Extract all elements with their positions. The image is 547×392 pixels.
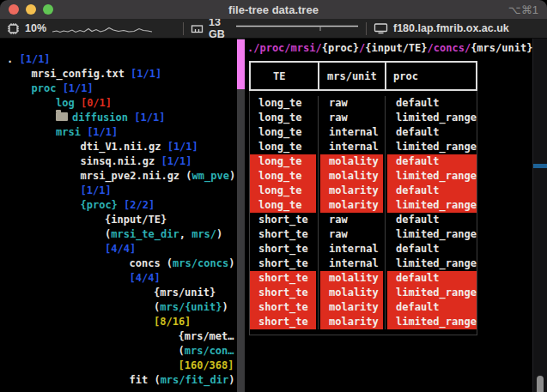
tree-item[interactable]: concs (mrs/concs) xyxy=(0,256,237,271)
table-row[interactable]: short_teinternaldefault xyxy=(250,242,477,256)
table-row[interactable]: long_temolaritydefault xyxy=(250,184,477,198)
main-area: . [1/1]mrsi_config.txt [1/1]proc [1/1]lo… xyxy=(0,39,547,392)
count-badge: [1/1] xyxy=(167,141,198,153)
memory-indicator: 13 GB xyxy=(184,19,366,38)
tree-item[interactable]: . [1/1] xyxy=(0,52,237,67)
tree-item[interactable]: [4/4] xyxy=(0,242,237,256)
path-segment: /concs/ xyxy=(428,42,471,54)
table-row[interactable]: long_terawlimited_range xyxy=(250,111,477,125)
table-cell: long_te xyxy=(250,111,316,125)
tree-item[interactable]: mrsi_pve2.nii.gz (wm_pve) xyxy=(0,169,237,184)
table-body: long_terawdefaultlong_terawlimited_range… xyxy=(249,91,477,335)
panel-scrollbar[interactable] xyxy=(532,39,547,392)
table-cell: molality xyxy=(316,154,383,169)
count-badge: [4/4] xyxy=(105,243,136,255)
tree-item-label: ( xyxy=(167,257,173,269)
close-button[interactable] xyxy=(9,4,19,15)
table-row[interactable]: short_teinternallimited_range xyxy=(250,256,477,271)
window-controls xyxy=(0,4,53,15)
count-badge: [8/16] xyxy=(154,316,191,328)
table-row[interactable]: long_temolaritylimited_range xyxy=(250,198,477,213)
tree-item-label: mrsi xyxy=(56,126,87,138)
table-cell: limited_range xyxy=(383,315,477,329)
tree-item-label: ( xyxy=(185,170,191,182)
cpu-percent-label: 10% xyxy=(25,22,46,34)
tree-item[interactable]: [4/4] xyxy=(0,271,237,286)
table-cell: molality xyxy=(316,271,383,286)
tree-item[interactable]: mrsi [1/1] xyxy=(0,125,237,140)
table-header-row: TEmrs/unitproc xyxy=(249,61,477,91)
tree-item[interactable]: {mrs/unit} xyxy=(0,286,237,300)
table-row[interactable]: short_temolaritydefault xyxy=(250,300,477,315)
table-row[interactable]: long_teinternaldefault xyxy=(250,125,477,140)
table-row[interactable]: long_teinternallimited_range xyxy=(250,140,477,154)
table-cell: raw xyxy=(316,96,383,111)
table-cell: default xyxy=(383,125,477,140)
count-badge: [1/1] xyxy=(63,82,94,94)
table-row[interactable]: short_terawdefault xyxy=(250,213,477,227)
tree-item[interactable]: diffusion [1/1] xyxy=(0,111,237,125)
tree-scrollbar[interactable] xyxy=(237,39,245,392)
tree-item[interactable]: {input/TE} xyxy=(0,213,237,227)
tree-item[interactable]: [1/1] xyxy=(0,184,237,198)
file-tree-panel: . [1/1]mrsi_config.txt [1/1]proc [1/1]lo… xyxy=(0,39,237,392)
table-row[interactable]: short_temolalitylimited_range xyxy=(250,286,477,300)
table-cell: short_te xyxy=(250,286,316,300)
tree-item[interactable]: {mrs/met… xyxy=(0,329,237,344)
count-badge: [1/1] xyxy=(161,155,191,167)
panel-scrollbar-thumb[interactable] xyxy=(537,376,544,392)
tree-scrollbar-thumb[interactable] xyxy=(237,39,245,89)
tree-item[interactable]: (mrs/{unit}) xyxy=(0,300,237,315)
tree-item[interactable]: fit (mrs/fit_dir) xyxy=(0,373,237,388)
tree-item[interactable]: (mrs/con… xyxy=(0,344,237,359)
table-cell: default xyxy=(383,271,477,286)
count-badge: [2/2] xyxy=(124,199,155,211)
table-cell: molarity xyxy=(316,300,383,315)
tree-item-label: wm_pve xyxy=(192,170,229,182)
breadcrumb-path: ./proc/mrsi/{proc}/{input/TE}/concs/{mrs… xyxy=(247,41,532,55)
tree-item-label: {mrs/unit} xyxy=(154,286,216,299)
tree-item[interactable]: [8/16] xyxy=(0,315,237,329)
tree-item[interactable]: [160/368] xyxy=(0,359,237,373)
count-badge: [0/1] xyxy=(81,97,112,109)
table-cell: internal xyxy=(316,140,383,154)
table-cell: limited_range xyxy=(383,140,477,154)
table-row[interactable]: short_temolaritylimited_range xyxy=(250,315,477,329)
data-table: TEmrs/unitproc long_terawdefaultlong_ter… xyxy=(249,61,477,335)
table-cell: short_te xyxy=(250,256,316,271)
zoom-button[interactable] xyxy=(43,4,53,15)
table-row[interactable]: long_temolalitydefault xyxy=(250,154,477,169)
path-segment: {proc} xyxy=(322,42,359,54)
table-row[interactable]: long_terawdefault xyxy=(250,96,477,111)
tree-item[interactable]: dti_V1.nii.gz [1/1] xyxy=(0,140,237,154)
path-segment: {input/TE} xyxy=(365,42,427,54)
tree-item[interactable]: (mrsi_te_dir, mrs/) xyxy=(0,227,237,242)
tree-item[interactable]: sinsq.nii.gz [1/1] xyxy=(0,154,237,169)
table-row[interactable]: short_terawlimited_range xyxy=(250,227,477,242)
tree-item-label: mrs/con… xyxy=(185,345,234,357)
tree-item-label: {mrs/met… xyxy=(179,330,234,342)
table-cell: long_te xyxy=(250,96,316,111)
tree-item[interactable]: proc [1/1] xyxy=(0,81,237,96)
count-badge: [1/1] xyxy=(131,68,161,80)
hostname-label: f180.lap.fmrib.ox.ac.uk xyxy=(393,22,509,34)
table-cell: short_te xyxy=(250,315,316,329)
tree-item[interactable]: log [0/1] xyxy=(0,96,237,111)
count-badge: [1/1] xyxy=(87,126,118,138)
minimize-button[interactable] xyxy=(26,4,36,15)
table-cell: default xyxy=(383,154,477,169)
table-cell: short_te xyxy=(250,227,316,242)
path-segment: {mrs/unit} xyxy=(471,42,532,54)
table-cell: long_te xyxy=(250,184,316,198)
scroll-position-mark xyxy=(533,164,547,168)
tree-item-label: fit xyxy=(130,374,155,386)
count-badge: [1/1] xyxy=(81,184,112,196)
table-cell: default xyxy=(383,213,477,227)
table-cell: molality xyxy=(316,286,383,300)
table-row[interactable]: long_temolalitylimited_range xyxy=(250,169,477,184)
table-cell: molality xyxy=(316,169,383,184)
count-badge: [1/1] xyxy=(134,112,165,124)
tree-item[interactable]: {proc} [2/2] xyxy=(0,198,237,213)
table-row[interactable]: short_temolalitydefault xyxy=(250,271,477,286)
tree-item[interactable]: mrsi_config.txt [1/1] xyxy=(0,67,237,81)
